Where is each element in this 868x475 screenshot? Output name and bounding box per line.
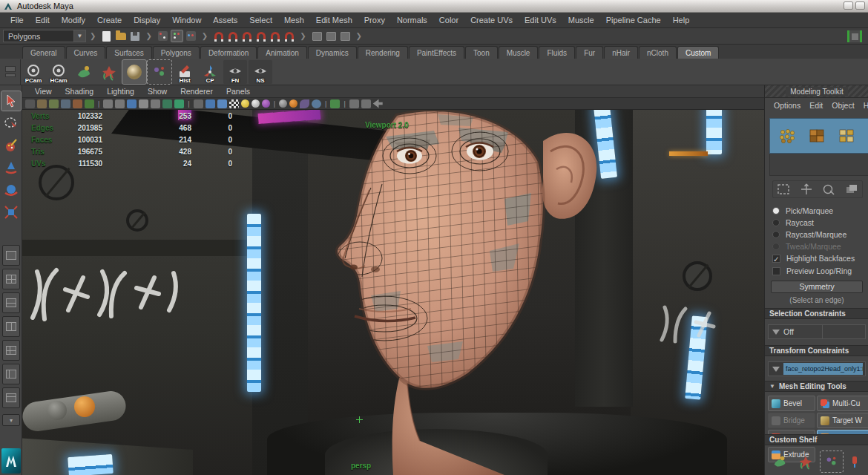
transform-constraint-row[interactable]: face_retopo2Head_only1:M xyxy=(768,361,866,376)
select-hierarchy-mask-button[interactable] xyxy=(157,30,169,42)
lasso-select-tool-button[interactable] xyxy=(1,114,21,133)
film-gate-icon[interactable] xyxy=(115,99,125,108)
menu-pipeline-cache[interactable]: Pipeline Cache xyxy=(600,16,667,24)
default-light-icon[interactable] xyxy=(241,99,249,108)
menu-create-uvs[interactable]: Create UVs xyxy=(464,16,519,24)
camera-select-icon[interactable] xyxy=(25,99,35,108)
shelf-tab-animation[interactable]: Animation xyxy=(257,46,306,59)
panel-menu-renderer[interactable]: Renderer xyxy=(174,87,220,96)
toolkit-menu-help[interactable]: Help xyxy=(859,101,868,110)
menu-assets[interactable]: Assets xyxy=(207,16,243,24)
hand-tool-shelf-button[interactable] xyxy=(72,60,96,84)
drag-tool-button[interactable] xyxy=(845,183,858,195)
selection-constraint-extra-cell[interactable] xyxy=(822,325,865,338)
ambient-occlusion-icon[interactable] xyxy=(262,99,270,108)
fn-shelf-button[interactable]: FN xyxy=(223,60,247,84)
menu-color[interactable]: Color xyxy=(433,16,464,24)
exposure-icon[interactable] xyxy=(289,99,297,108)
shelf-tab-painteffects[interactable]: PaintEffects xyxy=(409,46,464,59)
raycast-marquee-option[interactable]: Raycast/Marquee xyxy=(772,229,846,240)
output-connections-button[interactable] xyxy=(325,30,338,42)
menu-edit-mesh[interactable]: Edit Mesh xyxy=(310,16,358,24)
snap-to-curve-button[interactable] xyxy=(226,30,239,42)
snap-to-view-plane-button[interactable] xyxy=(269,30,281,42)
multi-component-row[interactable] xyxy=(769,154,868,176)
layout-two-pane-stacked-button[interactable] xyxy=(2,292,20,313)
all-lights-icon[interactable] xyxy=(251,99,260,108)
shaded-display-icon[interactable] xyxy=(206,99,215,108)
shelf-tab-nhair[interactable]: nHair xyxy=(604,46,638,59)
section-collapse-arrow[interactable]: ❯ xyxy=(90,32,96,40)
custom-shelf-header[interactable]: Custom Shelf xyxy=(765,434,868,445)
shelf-tab-polygons[interactable]: Polygons xyxy=(153,46,200,59)
shelf-tab-rendering[interactable]: Rendering xyxy=(358,46,408,59)
selection-constraint-row[interactable]: Off xyxy=(768,324,866,339)
safe-title-icon[interactable] xyxy=(174,99,184,108)
minimize-button[interactable] xyxy=(844,1,853,10)
panel-menu-shading[interactable]: Shading xyxy=(59,87,101,96)
toolkit-menu-object[interactable]: Object xyxy=(827,101,858,110)
construction-history-button[interactable] xyxy=(339,30,352,42)
shelf-menu-widget[interactable] xyxy=(0,59,21,85)
wireframe-display-icon[interactable] xyxy=(194,99,203,108)
bevel-button[interactable]: Bevel xyxy=(768,396,815,411)
panel-menu-show[interactable]: Show xyxy=(141,87,174,96)
checker-material-icon[interactable] xyxy=(229,99,239,108)
xray-icon[interactable] xyxy=(300,99,309,108)
target-weld-button[interactable]: Target W xyxy=(817,413,868,428)
image-plane-icon[interactable] xyxy=(61,99,70,108)
vertex-mode-button[interactable] xyxy=(779,128,795,143)
shelf-tab-custom[interactable]: Custom xyxy=(677,46,719,59)
wire-on-shaded-icon[interactable] xyxy=(85,99,94,108)
shadows-icon[interactable] xyxy=(279,99,287,108)
flower-tool-custom-button[interactable] xyxy=(795,451,817,472)
modeling-toolkit-tab[interactable]: Modeling Toolkit xyxy=(765,85,868,98)
panel-menu-panels[interactable]: Panels xyxy=(220,87,257,96)
toolkit-menu-edit[interactable]: Edit xyxy=(805,101,827,110)
isolate-select-icon[interactable] xyxy=(312,99,321,108)
mesh-editing-tools-header[interactable]: ▼ Mesh Editing Tools xyxy=(765,381,868,392)
layout-more-button[interactable]: ▾ xyxy=(2,414,20,426)
camera-lock-icon[interactable] xyxy=(37,99,47,108)
shelf-tab-fur[interactable]: Fur xyxy=(576,46,603,59)
small-red-tool-custom-button[interactable] xyxy=(846,451,863,472)
layout-outliner-button[interactable] xyxy=(2,364,20,384)
cp-shelf-button[interactable]: CP xyxy=(198,60,222,84)
pcam-shelf-button[interactable]: PCam xyxy=(22,60,45,84)
layout-two-pane-side-button[interactable] xyxy=(2,316,20,337)
make-live-button[interactable] xyxy=(283,30,295,42)
bookmark-icon[interactable] xyxy=(49,99,59,108)
select-tool-button[interactable] xyxy=(1,91,21,111)
snap-to-projected-center-button[interactable] xyxy=(254,30,267,42)
viewport-ui-toggle-button[interactable] xyxy=(847,30,862,42)
layout-four-pane-button[interactable] xyxy=(2,269,20,289)
maximize-button[interactable] xyxy=(855,1,865,10)
move-tool-button[interactable] xyxy=(800,183,812,195)
highlight-backfaces-option[interactable]: ✓ Highlight Backfaces xyxy=(772,253,855,263)
select-object-mask-button[interactable] xyxy=(171,30,183,42)
section-collapse-arrow[interactable]: ❯ xyxy=(145,32,151,40)
grid-toggle-icon[interactable] xyxy=(103,99,113,108)
scale-tool-button[interactable] xyxy=(1,203,21,222)
safe-action-icon[interactable] xyxy=(162,99,172,108)
marquee-tool-button[interactable] xyxy=(777,183,790,195)
hist-shelf-button[interactable]: Hist xyxy=(173,60,197,84)
menu-proxy[interactable]: Proxy xyxy=(358,16,391,24)
panel-menu-view[interactable]: View xyxy=(28,87,59,96)
shelf-tab-curves[interactable]: Curves xyxy=(66,46,106,59)
transform-constraints-header[interactable]: Transform Constraints xyxy=(765,345,868,356)
open-scene-button[interactable] xyxy=(114,30,127,42)
sphere-material-shelf-button[interactable] xyxy=(122,60,146,84)
flower-tool-shelf-button[interactable] xyxy=(97,60,121,84)
multi-cut-button[interactable]: Multi-Cu xyxy=(817,396,868,411)
section-collapse-arrow[interactable]: ❯ xyxy=(300,32,306,40)
circle-pick-tool-button[interactable] xyxy=(823,183,835,195)
gate-mask-icon[interactable] xyxy=(139,99,148,108)
menu-help[interactable]: Help xyxy=(667,16,696,24)
layout-hypergraph-button[interactable] xyxy=(2,387,20,408)
textured-display-icon[interactable] xyxy=(217,99,227,108)
multisample-icon[interactable] xyxy=(349,99,359,108)
toolkit-menu-options[interactable]: Options xyxy=(769,101,805,110)
menu-modify[interactable]: Modify xyxy=(56,16,91,24)
dotted-selection-custom-button[interactable] xyxy=(821,451,843,472)
